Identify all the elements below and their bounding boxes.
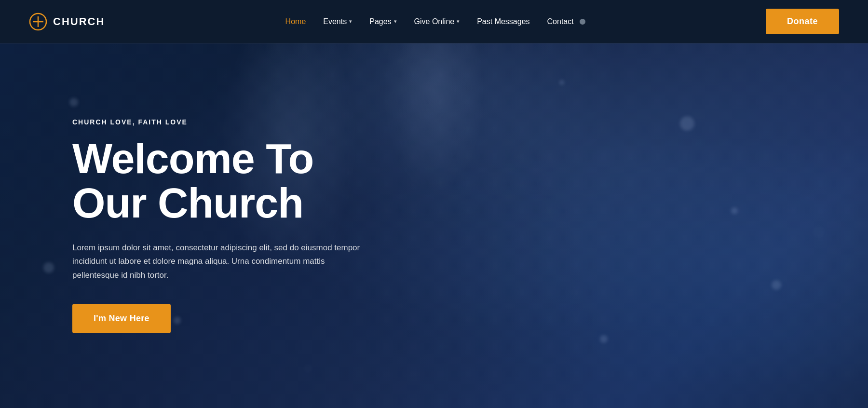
bokeh-8 [559, 80, 564, 85]
logo-text: CHURCH [53, 15, 105, 28]
nav-item-events[interactable]: Events ▾ [323, 17, 352, 26]
nav-link-past-messages[interactable]: Past Messages [477, 17, 529, 26]
chevron-down-icon: ▾ [394, 18, 397, 25]
navbar: CHURCH Home Events ▾ Pages ▾ Give Online… [0, 0, 868, 43]
hero-content: CHURCH LOVE, FAITH LOVE Welcome To Our C… [0, 118, 371, 333]
nav-item-home[interactable]: Home [285, 17, 306, 26]
bokeh-9 [600, 335, 608, 343]
hero-title: Welcome To Our Church [72, 136, 371, 226]
nav-item-contact[interactable]: Contact [547, 17, 585, 26]
hero-description: Lorem ipsum dolor sit amet, consectetur … [72, 241, 371, 283]
nav-menu: Home Events ▾ Pages ▾ Give Online ▾ Past… [285, 17, 585, 26]
nav-item-give-online[interactable]: Give Online ▾ [414, 17, 460, 26]
logo-icon [29, 13, 47, 31]
nav-link-pages[interactable]: Pages ▾ [369, 17, 396, 26]
bokeh-10 [813, 226, 825, 238]
hero-subtitle: CHURCH LOVE, FAITH LOVE [72, 118, 371, 126]
logo[interactable]: CHURCH [29, 13, 105, 31]
nav-right: Donate [766, 9, 839, 34]
contact-indicator [580, 19, 585, 25]
hero-section: CHURCH LOVE, FAITH LOVE Welcome To Our C… [0, 43, 868, 408]
chevron-down-icon: ▾ [349, 18, 352, 25]
nav-link-give-online[interactable]: Give Online ▾ [414, 17, 460, 26]
chevron-down-icon: ▾ [457, 18, 460, 25]
new-here-button[interactable]: I'm New Here [72, 304, 171, 333]
bokeh-5 [680, 116, 694, 131]
nav-link-contact[interactable]: Contact [547, 17, 574, 26]
nav-item-past-messages[interactable]: Past Messages [477, 17, 529, 26]
nav-link-home[interactable]: Home [285, 17, 306, 26]
nav-item-pages[interactable]: Pages ▾ [369, 17, 396, 26]
donate-button[interactable]: Donate [766, 9, 839, 34]
nav-link-events[interactable]: Events ▾ [323, 17, 352, 26]
